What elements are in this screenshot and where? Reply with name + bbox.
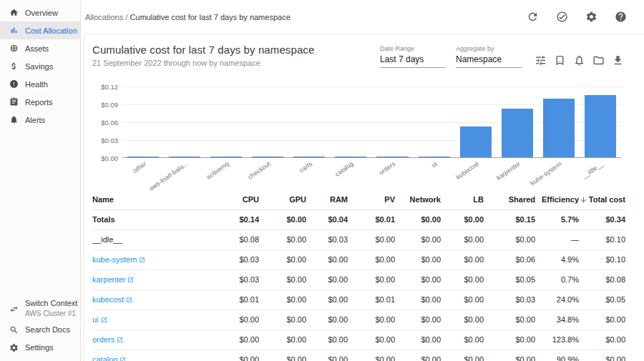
breadcrumb-separator: / bbox=[123, 13, 130, 21]
cell-value: $0.00 bbox=[441, 290, 484, 310]
bell-icon bbox=[9, 115, 19, 124]
bar-orders[interactable] bbox=[376, 157, 408, 157]
bell-outline-icon bbox=[573, 54, 585, 66]
cell-value: $0.00 bbox=[441, 209, 484, 229]
sidebar-item-label: Reports bbox=[25, 98, 53, 107]
download-button[interactable] bbox=[612, 54, 624, 66]
date-range-select[interactable]: Date Range Last 7 days bbox=[380, 45, 446, 68]
x-axis-label: aws-load-bala... bbox=[147, 160, 189, 192]
bar-catalog[interactable] bbox=[335, 157, 366, 157]
breadcrumb-root[interactable]: Allocations bbox=[85, 13, 123, 21]
cell-value: $0.00 bbox=[306, 290, 348, 310]
column-header-total-cost[interactable]: Total cost bbox=[579, 189, 625, 209]
bar-karpenter[interactable] bbox=[502, 109, 533, 157]
cell-value: $0.00 bbox=[306, 249, 348, 269]
bar-kubecost[interactable] bbox=[460, 127, 492, 157]
cell-value: 123.8% bbox=[535, 330, 579, 350]
cell-value: $0.00 bbox=[259, 249, 306, 269]
sidebar-item-label: Settings bbox=[25, 343, 54, 353]
namespace-link[interactable]: kubecost bbox=[92, 295, 132, 304]
table-row-totals: Totals$0.14$0.00$0.04$0.01$0.00$0.00$0.1… bbox=[92, 209, 625, 229]
table-header-row: NameCPUGPURAMPVNetworkLBSharedEfficiency… bbox=[92, 189, 625, 209]
bar-other[interactable] bbox=[127, 157, 159, 157]
namespace-link[interactable]: orders bbox=[92, 335, 123, 344]
bar-carts[interactable] bbox=[293, 157, 325, 157]
namespace-link[interactable]: ui bbox=[92, 315, 107, 324]
bell-outline-button[interactable] bbox=[573, 54, 585, 66]
sidebar-item-savings[interactable]: Savings bbox=[0, 57, 80, 75]
refresh-button[interactable] bbox=[527, 11, 539, 23]
cell-value: 0.7% bbox=[535, 269, 579, 290]
x-axis-label: checkout bbox=[247, 160, 272, 181]
cell-value: $0.00 bbox=[484, 350, 535, 361]
sidebar-item-health[interactable]: Health bbox=[0, 75, 80, 93]
cell-value: $0.00 bbox=[395, 310, 441, 330]
cell-value: 24.0% bbox=[535, 290, 579, 310]
sidebar-item-reports[interactable]: Reports bbox=[0, 93, 80, 111]
sidebar: OverviewCost AllocationAssetsSavingsHeal… bbox=[0, 0, 81, 361]
cell-value: $0.03 bbox=[214, 269, 259, 290]
column-header-lb[interactable]: LB bbox=[441, 189, 484, 209]
sidebar-item-switch-context[interactable]: Switch ContextAWS Cluster #1 bbox=[0, 297, 80, 321]
sidebar-item-assets[interactable]: Assets bbox=[0, 39, 80, 57]
cell-value: $0.01 bbox=[348, 290, 395, 310]
cell-value: 90.9% bbox=[535, 350, 579, 361]
tune-button[interactable] bbox=[535, 54, 547, 66]
sidebar-item-label: Search Docs bbox=[25, 325, 70, 335]
refresh-icon bbox=[527, 11, 539, 23]
cell-value: $0.00 bbox=[395, 350, 441, 361]
column-header-shared[interactable]: Shared bbox=[484, 189, 535, 209]
namespace-link[interactable]: karpenter bbox=[92, 275, 134, 284]
bar-activemq[interactable] bbox=[210, 157, 242, 157]
cell-value: $0.01 bbox=[348, 209, 395, 229]
aggregate-by-select[interactable]: Aggregate by Namespace bbox=[456, 45, 522, 68]
bar-aws-load-bala-[interactable] bbox=[169, 157, 200, 157]
bar--idle-[interactable] bbox=[585, 95, 616, 157]
table-row--idle-: __idle__$0.08$0.00$0.03$0.00$0.00$0.00$0… bbox=[92, 229, 625, 249]
topbar-icons bbox=[527, 11, 627, 23]
error-icon bbox=[9, 79, 19, 89]
sidebar-item-overview[interactable]: Overview bbox=[0, 4, 80, 21]
gear-icon bbox=[585, 11, 597, 23]
folder-button[interactable] bbox=[592, 54, 605, 66]
bar-kube-system[interactable] bbox=[543, 99, 575, 157]
cell-value: $0.10 bbox=[579, 229, 625, 249]
sidebar-item-alerts[interactable]: Alerts bbox=[0, 111, 80, 129]
cell-value: $0.00 bbox=[441, 269, 484, 290]
cell-value: $0.00 bbox=[441, 229, 484, 249]
bar-checkout[interactable] bbox=[252, 157, 283, 157]
column-header-name[interactable]: Name bbox=[92, 189, 214, 209]
search-icon bbox=[9, 325, 19, 335]
sidebar-item-settings[interactable]: Settings bbox=[0, 339, 80, 357]
page-subtitle: 21 September 2022 through now by namespa… bbox=[92, 59, 314, 67]
x-axis-label: ui bbox=[430, 160, 438, 169]
namespace-link[interactable]: kube-system bbox=[92, 255, 145, 264]
column-header-gpu[interactable]: GPU bbox=[259, 189, 306, 209]
cell-value: $0.05 bbox=[579, 290, 625, 310]
bar-ui[interactable] bbox=[419, 157, 450, 157]
chart-bar-slot: activemq bbox=[205, 86, 247, 157]
row-name: kubecost bbox=[92, 290, 214, 310]
gear-button[interactable] bbox=[585, 11, 597, 23]
namespace-link[interactable]: catalog bbox=[92, 355, 126, 361]
cell-value: $0.01 bbox=[214, 290, 259, 310]
help-button[interactable] bbox=[615, 11, 627, 23]
topbar: Allocations / Cumulative cost for last 7… bbox=[81, 0, 644, 34]
column-header-ram[interactable]: RAM bbox=[306, 189, 348, 209]
bar-chart-icon bbox=[9, 26, 19, 35]
table-row-ui: ui$0.00$0.00$0.00$0.00$0.00$0.00$0.0034.… bbox=[92, 310, 625, 330]
report-controls: Date Range Last 7 days Aggregate by Name… bbox=[380, 44, 624, 68]
column-header-network[interactable]: Network bbox=[395, 189, 441, 209]
cell-value: 5.7% bbox=[535, 209, 579, 229]
sidebar-item-cost-allocation[interactable]: Cost Allocation bbox=[0, 21, 80, 39]
cell-value: $0.00 bbox=[259, 350, 306, 361]
column-header-cpu[interactable]: CPU bbox=[214, 189, 259, 209]
sidebar-item-search-docs[interactable]: Search Docs bbox=[0, 321, 80, 339]
breadcrumb-current: Cumulative cost for last 7 days by names… bbox=[130, 13, 290, 21]
check-circle-button[interactable] bbox=[556, 11, 568, 23]
bookmark-button[interactable] bbox=[554, 54, 566, 66]
sidebar-item-label: Alerts bbox=[25, 116, 45, 124]
x-axis-label: catalog bbox=[334, 160, 356, 178]
column-header-efficiency[interactable]: Efficiency bbox=[535, 189, 579, 209]
column-header-pv[interactable]: PV bbox=[348, 189, 395, 209]
